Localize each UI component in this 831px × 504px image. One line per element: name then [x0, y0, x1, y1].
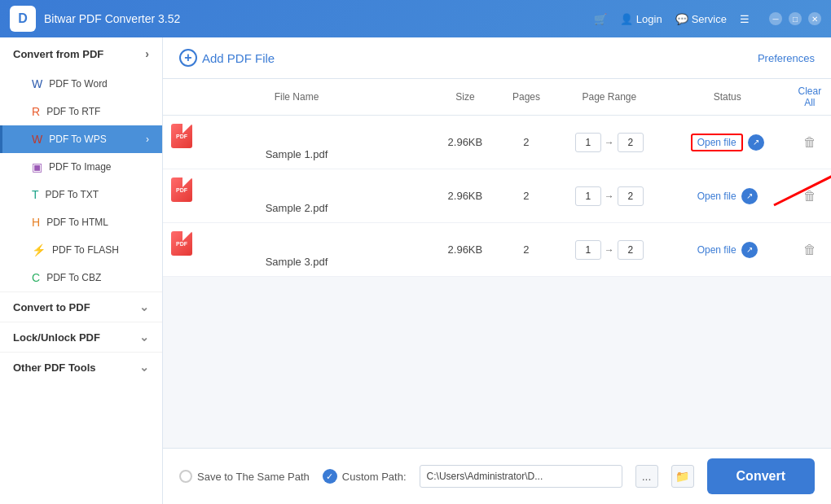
file-table-area: File Name Size Pages Page Range Status C…	[163, 79, 831, 448]
page-range-from-1[interactable]	[575, 133, 601, 152]
open-file-link-1[interactable]: Open file	[691, 134, 743, 151]
delete-button-1[interactable]: 🗑	[798, 134, 821, 151]
file-table: File Name Size Pages Page Range Status C…	[163, 79, 831, 277]
chevron-down-icon-2: ⌄	[139, 331, 149, 344]
folder-button[interactable]: 📁	[671, 465, 694, 488]
main-layout: Convert from PDF › W PDF To Word R PDF T…	[0, 37, 831, 504]
title-bar-actions: 🛒 👤 Login 💬 Service ☰ ─ □ ✕	[594, 12, 821, 25]
delete-cell-1: 🗑	[789, 116, 831, 169]
col-header-status: Status	[666, 79, 789, 116]
file-range-cell-2: →	[552, 169, 666, 223]
file-status-cell-2: Open file ↗	[666, 169, 789, 223]
file-pages-cell-3: 2	[500, 223, 552, 277]
user-icon: 👤	[620, 13, 633, 25]
open-file-icon-3: ↗	[741, 242, 758, 258]
browse-dots-icon: ...	[642, 470, 652, 483]
folder-icon: 📁	[675, 470, 689, 483]
preferences-link[interactable]: Preferences	[758, 52, 815, 64]
content-area: + Add PDF File Preferences File Name Siz…	[163, 37, 831, 504]
sidebar: Convert from PDF › W PDF To Word R PDF T…	[0, 37, 163, 504]
txt-icon: T	[32, 188, 39, 201]
col-header-filename: File Name	[163, 79, 430, 116]
wps-icon: W	[32, 133, 42, 146]
service-button[interactable]: 💬 Service	[675, 13, 727, 25]
custom-path-option[interactable]: ✓ Custom Path:	[323, 469, 407, 484]
close-button[interactable]: ✕	[808, 12, 821, 25]
range-arrow-icon: →	[605, 137, 614, 148]
pdf-file-icon-3: PDF	[171, 231, 192, 256]
clear-all-link[interactable]: Clear All	[798, 85, 822, 108]
file-range-cell-1: →	[552, 116, 666, 169]
login-button[interactable]: 👤 Login	[620, 13, 662, 25]
app-logo: D	[10, 6, 36, 32]
file-pages-cell-1: 2	[500, 116, 552, 169]
page-range-from-3[interactable]	[575, 240, 601, 260]
plus-circle-icon: +	[179, 49, 197, 67]
file-range-cell-3: →	[552, 223, 666, 277]
minimize-button[interactable]: ─	[769, 12, 782, 25]
add-pdf-button[interactable]: + Add PDF File	[179, 49, 275, 67]
file-name-cell-1: PDF Sample 1.pdf	[163, 116, 430, 169]
col-header-action: Clear All	[789, 79, 831, 116]
menu-button[interactable]: ☰	[740, 13, 750, 25]
pdf-file-icon-1: PDF	[171, 124, 192, 148]
sidebar-lock-unlock[interactable]: Lock/Unlock PDF ⌄	[0, 322, 162, 352]
sidebar-other-tools[interactable]: Other PDF Tools ⌄	[0, 352, 162, 382]
file-size-cell-1: 2.96KB	[430, 116, 500, 169]
delete-button-3[interactable]: 🗑	[798, 241, 821, 259]
sidebar-item-pdf-to-word[interactable]: W PDF To Word	[0, 70, 162, 98]
content-wrapper: + Add PDF File Preferences File Name Siz…	[163, 37, 831, 504]
sidebar-convert-to-pdf[interactable]: Convert to PDF ⌄	[0, 291, 162, 322]
pdf-file-icon-2: PDF	[171, 177, 192, 202]
browse-button[interactable]: ...	[635, 465, 658, 488]
page-range-to-2[interactable]	[618, 186, 644, 206]
check-circle-icon: ✓	[323, 469, 337, 484]
chevron-down-icon-3: ⌄	[139, 361, 149, 374]
rtf-icon: R	[32, 105, 40, 118]
file-name-cell-3: PDF Sample 3.pdf	[163, 223, 430, 277]
flash-icon: ⚡	[32, 243, 46, 256]
sidebar-item-pdf-to-flash[interactable]: ⚡ PDF To FLASH	[0, 236, 162, 264]
window-controls: ─ □ ✕	[769, 12, 821, 25]
word-icon: W	[32, 77, 42, 90]
delete-button-2[interactable]: 🗑	[798, 187, 821, 205]
chevron-right-icon: ›	[145, 47, 149, 60]
same-path-option[interactable]: Save to The Same Path	[179, 470, 310, 483]
title-bar: D Bitwar PDF Converter 3.52 🛒 👤 Login 💬 …	[0, 0, 831, 37]
file-size-cell-2: 2.96KB	[430, 169, 500, 223]
delete-cell-2: 🗑	[789, 169, 831, 223]
file-size-cell-3: 2.96KB	[430, 223, 500, 277]
sidebar-item-pdf-to-html[interactable]: H PDF To HTML	[0, 208, 162, 236]
file-status-cell-3: Open file ↗	[666, 223, 789, 277]
custom-path-input[interactable]	[420, 465, 622, 488]
open-file-icon-2: ↗	[741, 188, 758, 204]
page-range-to-3[interactable]	[618, 240, 644, 260]
html-icon: H	[32, 216, 40, 229]
sidebar-item-pdf-to-rtf[interactable]: R PDF To RTF	[0, 98, 162, 125]
sidebar-item-pdf-to-image[interactable]: ▣ PDF To Image	[0, 153, 162, 181]
content-header: + Add PDF File Preferences	[163, 37, 831, 79]
open-file-link-2[interactable]: Open file	[697, 191, 736, 202]
sidebar-item-pdf-to-cbz[interactable]: C PDF To CBZ	[0, 264, 162, 291]
file-name-cell-2: PDF Sample 2.pdf	[163, 169, 430, 223]
table-row: PDF Sample 2.pdf 2.96KB 2 →	[163, 169, 831, 223]
sidebar-item-pdf-to-txt[interactable]: T PDF To TXT	[0, 181, 162, 208]
bottom-bar: Save to The Same Path ✓ Custom Path: ...…	[163, 448, 831, 504]
cart-button[interactable]: 🛒	[594, 13, 607, 25]
app-title: Bitwar PDF Converter 3.52	[44, 12, 594, 25]
convert-button[interactable]: Convert	[707, 458, 815, 494]
sidebar-item-pdf-to-wps[interactable]: W PDF To WPS ›	[0, 125, 162, 153]
chat-icon: 💬	[675, 13, 688, 25]
table-row: PDF Sample 3.pdf 2.96KB 2 →	[163, 223, 831, 277]
open-file-link-3[interactable]: Open file	[697, 244, 736, 256]
sidebar-convert-from-header[interactable]: Convert from PDF ›	[0, 37, 162, 70]
col-header-page-range: Page Range	[552, 79, 666, 116]
hamburger-icon: ☰	[740, 13, 750, 25]
open-file-icon-1: ↗	[748, 134, 764, 151]
range-arrow-icon-2: →	[605, 191, 614, 202]
page-range-from-2[interactable]	[575, 186, 601, 206]
maximize-button[interactable]: □	[789, 12, 802, 25]
image-icon: ▣	[32, 160, 42, 173]
page-range-to-1[interactable]	[618, 133, 644, 152]
col-header-pages: Pages	[500, 79, 552, 116]
